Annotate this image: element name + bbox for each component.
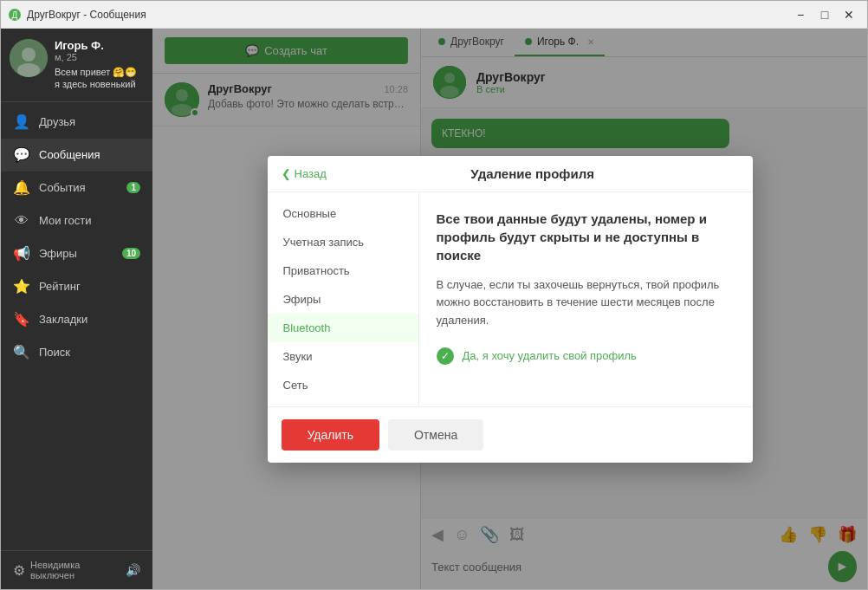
modal-nav-network[interactable]: Сеть	[268, 371, 418, 399]
modal-nav-basic[interactable]: Основные	[268, 199, 418, 228]
sidebar-item-messages[interactable]: 💬 Сообщения	[1, 139, 152, 172]
user-meta: м, 25	[55, 52, 144, 62]
checkbox-label: Да, я хочу удалить свой профиль	[463, 349, 637, 362]
guests-icon: 👁	[13, 212, 30, 230]
sidebar-item-ethers[interactable]: 📢 Эфиры 10	[1, 237, 152, 270]
app-window: Д ДругВокруг - Сообщения − □ ✕ Игорь Ф. …	[0, 0, 868, 590]
app-body: Игорь Ф. м, 25 Всем привет 🤗😁 я здесь но…	[1, 29, 867, 589]
svg-text:Д: Д	[12, 10, 18, 20]
cancel-button[interactable]: Отмена	[388, 419, 483, 451]
sidebar-item-rating[interactable]: ⭐ Рейтинг	[1, 270, 152, 303]
main-content: 💬 Создать чат ДругВокруг 10:28	[152, 29, 867, 589]
sidebar-item-label: Друзья	[39, 115, 75, 128]
window-controls: − □ ✕	[789, 6, 860, 23]
modal-nav-ethers[interactable]: Эфиры	[268, 285, 418, 314]
modal-nav-account[interactable]: Учетная запись	[268, 228, 418, 256]
delete-profile-modal: ❮ Назад Удаление профиля Основные Учетна…	[268, 156, 753, 463]
warning-text: В случае, если ты захочешь вернуться, тв…	[437, 276, 735, 330]
modal-body: Основные Учетная запись Приватность Эфир…	[268, 192, 753, 406]
user-name: Игорь Ф.	[55, 39, 144, 52]
app-icon: Д	[8, 8, 22, 22]
sidebar-item-label: Поиск	[39, 346, 70, 359]
settings-icon[interactable]: ⚙	[13, 562, 25, 579]
nav-list: 👤 Друзья 💬 Сообщения 🔔 События 1 👁 Мои г…	[1, 102, 152, 550]
sound-icon[interactable]: 🔊	[126, 563, 140, 577]
modal-content: Все твои данные будут удалены, номер и п…	[419, 192, 753, 406]
sidebar-item-friends[interactable]: 👤 Друзья	[1, 106, 152, 139]
title-bar: Д ДругВокруг - Сообщения − □ ✕	[1, 1, 867, 29]
modal-footer: Удалить Отмена	[268, 406, 753, 463]
user-status: Всем привет 🤗😁 я здесь новенький	[55, 66, 144, 91]
user-info: Игорь Ф. м, 25 Всем привет 🤗😁 я здесь но…	[55, 39, 144, 91]
avatar	[10, 39, 48, 77]
checkbox-icon: ✓	[437, 347, 454, 365]
messages-icon: 💬	[13, 146, 30, 164]
modal-nav: Основные Учетная запись Приватность Эфир…	[268, 192, 419, 406]
events-badge: 1	[126, 182, 140, 193]
friends-icon: 👤	[13, 113, 30, 131]
sidebar: Игорь Ф. м, 25 Всем привет 🤗😁 я здесь но…	[1, 29, 152, 589]
maximize-button[interactable]: □	[813, 6, 836, 23]
minimize-button[interactable]: −	[789, 6, 812, 23]
svg-point-3	[22, 48, 36, 62]
modal-nav-sounds[interactable]: Звуки	[268, 342, 418, 371]
sidebar-bottom-user: ⚙ Невидимка выключен	[13, 560, 117, 580]
ethers-icon: 📢	[13, 245, 30, 263]
warning-title: Все твои данные будут удалены, номер и п…	[437, 210, 735, 264]
sidebar-item-label: Закладки	[39, 313, 87, 326]
delete-button[interactable]: Удалить	[282, 419, 379, 451]
modal-header: ❮ Назад Удаление профиля	[268, 156, 753, 192]
sidebar-item-label: Эфиры	[39, 247, 77, 260]
close-button[interactable]: ✕	[838, 6, 860, 23]
sidebar-item-bookmarks[interactable]: 🔖 Закладки	[1, 303, 152, 336]
sidebar-item-label: События	[39, 181, 86, 194]
events-icon: 🔔	[13, 179, 30, 197]
window-title: ДругВокруг - Сообщения	[27, 9, 789, 21]
modal-nav-bluetooth[interactable]: Bluetooth	[268, 314, 418, 342]
modal-title: Удаление профиля	[327, 166, 739, 181]
modal-overlay: ❮ Назад Удаление профиля Основные Учетна…	[152, 29, 867, 589]
sidebar-item-label: Мои гости	[39, 214, 91, 227]
user-profile: Игорь Ф. м, 25 Всем привет 🤗😁 я здесь но…	[1, 29, 152, 102]
sidebar-item-label: Рейтинг	[39, 280, 81, 293]
bookmarks-icon: 🔖	[13, 311, 30, 328]
modal-nav-privacy[interactable]: Приватность	[268, 256, 418, 285]
ethers-badge: 10	[122, 248, 140, 259]
rating-icon: ⭐	[13, 278, 30, 295]
sidebar-item-label: Сообщения	[39, 148, 100, 161]
sidebar-bottom: ⚙ Невидимка выключен 🔊	[1, 550, 152, 589]
search-icon: 🔍	[13, 344, 30, 361]
back-arrow-icon: ❮	[282, 167, 291, 180]
confirm-checkbox-row[interactable]: ✓ Да, я хочу удалить свой профиль	[437, 347, 735, 365]
sidebar-item-events[interactable]: 🔔 События 1	[1, 172, 152, 204]
invisible-status: Невидимка выключен	[30, 560, 117, 580]
sidebar-item-guests[interactable]: 👁 Мои гости	[1, 204, 152, 237]
back-label: Назад	[295, 167, 327, 180]
sidebar-item-search[interactable]: 🔍 Поиск	[1, 336, 152, 369]
svg-point-4	[17, 63, 40, 77]
back-button[interactable]: ❮ Назад	[282, 167, 327, 180]
